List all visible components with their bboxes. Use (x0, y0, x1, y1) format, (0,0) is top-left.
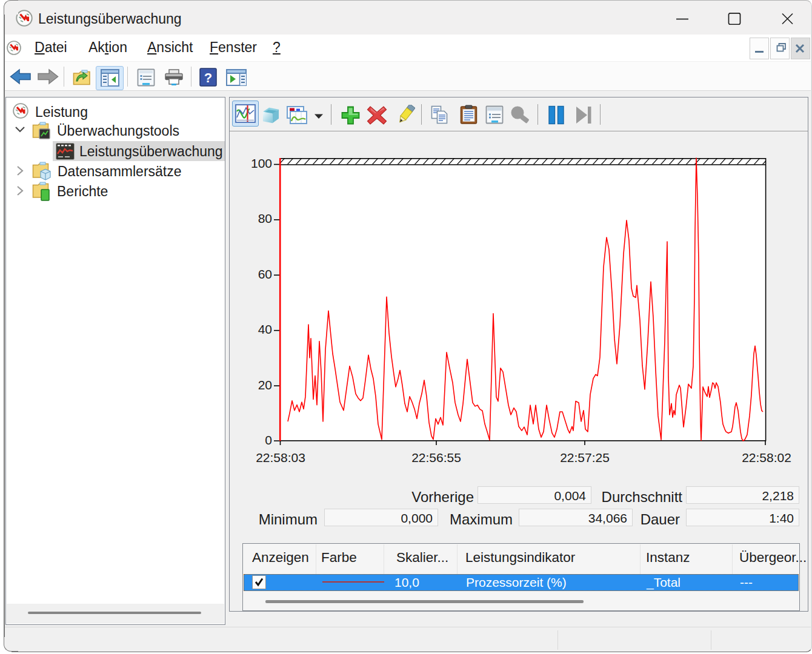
svg-text:?: ? (204, 70, 212, 85)
svg-text:80: 80 (258, 211, 272, 225)
svg-text:22:57:25: 22:57:25 (560, 451, 610, 464)
svg-text:22:56:55: 22:56:55 (411, 451, 461, 464)
svg-text:20: 20 (258, 378, 272, 392)
svg-text:60: 60 (258, 267, 272, 281)
svg-text:100: 100 (251, 156, 272, 170)
svg-text:40: 40 (258, 322, 272, 336)
svg-text:0: 0 (265, 433, 272, 447)
svg-text:22:58:03: 22:58:03 (256, 451, 305, 464)
svg-text:22:58:02: 22:58:02 (742, 451, 791, 464)
